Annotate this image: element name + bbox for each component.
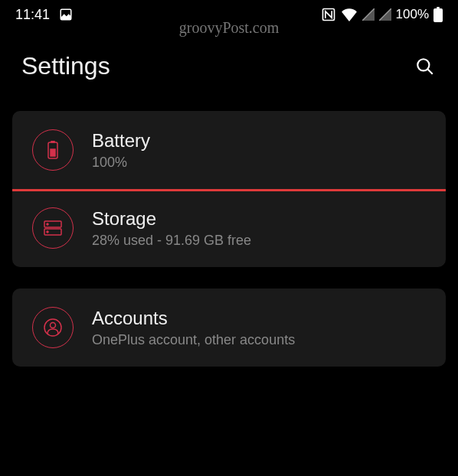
battery-percent: 100% <box>396 7 429 22</box>
status-time: 11:41 <box>15 7 50 23</box>
svg-point-6 <box>417 59 429 70</box>
item-subtitle: 100% <box>92 155 150 171</box>
settings-group-2: Accounts OnePlus account, other accounts <box>12 289 446 367</box>
svg-rect-5 <box>433 8 443 22</box>
storage-circle-icon <box>32 207 74 249</box>
item-subtitle: OnePlus account, other accounts <box>92 332 295 348</box>
item-title: Accounts <box>92 308 295 329</box>
item-text: Accounts OnePlus account, other accounts <box>92 308 295 348</box>
svg-point-13 <box>47 223 48 225</box>
settings-item-storage[interactable]: Storage 28% used - 91.69 GB free <box>12 189 446 267</box>
item-title: Storage <box>92 208 251 230</box>
item-subtitle: 28% used - 91.69 GB free <box>92 233 251 249</box>
page-title: Settings <box>21 52 110 80</box>
svg-point-16 <box>51 323 56 328</box>
status-left: 11:41 <box>15 7 73 23</box>
signal-icon-2 <box>379 8 391 21</box>
svg-rect-10 <box>51 149 55 156</box>
item-text: Battery 100% <box>92 130 150 171</box>
signal-icon-1 <box>362 8 375 21</box>
svg-line-7 <box>427 69 433 74</box>
nfc-icon <box>321 7 336 22</box>
battery-icon <box>433 7 443 22</box>
settings-header: Settings <box>0 29 458 99</box>
item-text: Storage 28% used - 91.69 GB free <box>92 208 251 249</box>
item-title: Battery <box>92 130 150 152</box>
accounts-circle-icon <box>32 307 74 348</box>
svg-rect-4 <box>437 7 440 8</box>
svg-point-14 <box>47 231 48 233</box>
wifi-icon <box>341 8 358 21</box>
settings-group-1: Battery 100% Storage 28% used - 91.69 GB… <box>12 111 446 267</box>
battery-circle-icon <box>32 129 74 171</box>
settings-item-battery[interactable]: Battery 100% <box>12 111 446 191</box>
image-icon <box>59 8 73 21</box>
status-right: 100% <box>321 7 443 22</box>
search-button[interactable] <box>414 55 437 78</box>
status-bar: 11:41 <box>0 0 458 29</box>
settings-item-accounts[interactable]: Accounts OnePlus account, other accounts <box>12 289 446 367</box>
